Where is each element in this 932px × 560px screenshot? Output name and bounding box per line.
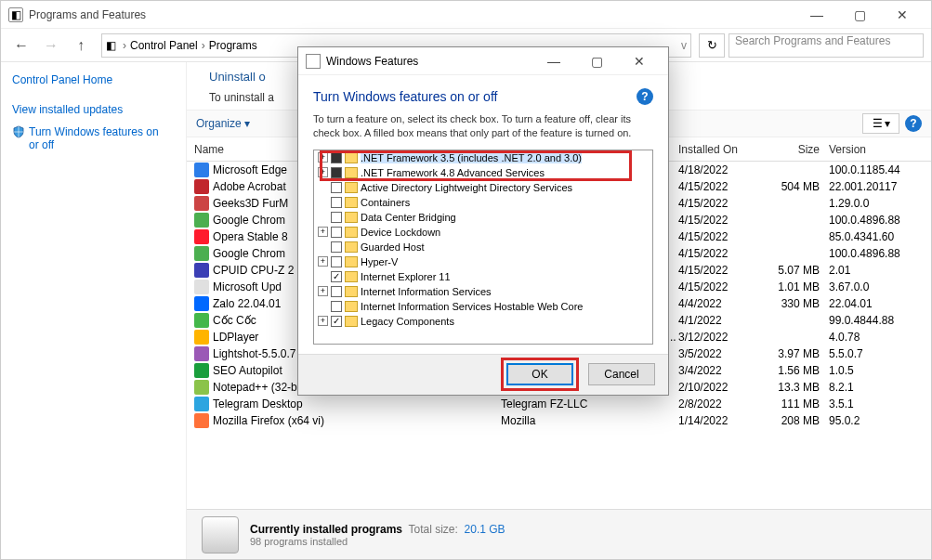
program-version: 8.2.1 xyxy=(829,381,931,394)
expand-spacer xyxy=(318,182,328,192)
up-button[interactable]: ↑ xyxy=(68,33,94,59)
turn-windows-features-label: Turn Windows features on or off xyxy=(29,125,168,151)
program-size: 3.97 MB xyxy=(762,347,829,360)
program-version: 22.04.01 xyxy=(829,297,931,310)
view-options-button[interactable]: ☰▾ xyxy=(862,113,899,134)
forward-button[interactable]: → xyxy=(38,33,64,59)
feature-row[interactable]: +Legacy Components xyxy=(314,314,652,329)
feature-row[interactable]: Internet Information Services Hostable W… xyxy=(314,299,652,314)
feature-checkbox[interactable] xyxy=(331,152,342,163)
back-button[interactable]: ← xyxy=(8,33,34,59)
feature-checkbox[interactable] xyxy=(331,167,342,178)
feature-label: Device Lockdown xyxy=(361,227,440,238)
feature-row[interactable]: +.NET Framework 3.5 (includes .NET 2.0 a… xyxy=(314,150,652,165)
features-tree[interactable]: +.NET Framework 3.5 (includes .NET 2.0 a… xyxy=(313,150,653,345)
feature-checkbox[interactable] xyxy=(331,241,342,253)
program-installed-on: 4/15/2022 xyxy=(678,230,762,243)
feature-row[interactable]: Guarded Host xyxy=(314,240,652,254)
expand-icon[interactable]: + xyxy=(318,256,328,267)
dialog-close-button[interactable]: ✕ xyxy=(618,48,661,74)
col-size[interactable]: Size xyxy=(762,143,829,156)
dialog-minimize-button[interactable]: — xyxy=(532,48,575,74)
feature-checkbox[interactable] xyxy=(331,182,342,193)
feature-checkbox[interactable] xyxy=(331,271,342,282)
program-row[interactable]: Mozilla Firefox (x64 vi) Mozilla 1/14/20… xyxy=(187,412,931,429)
program-installed-on: 4/1/2022 xyxy=(678,314,762,327)
program-icon xyxy=(194,363,209,378)
program-installed-on: 4/15/2022 xyxy=(678,197,762,210)
feature-checkbox[interactable] xyxy=(331,256,342,267)
feature-checkbox[interactable] xyxy=(331,301,342,312)
program-installed-on: 3/4/2022 xyxy=(678,364,762,377)
feature-row[interactable]: +Internet Information Services xyxy=(314,284,652,299)
feature-checkbox[interactable] xyxy=(331,227,342,238)
feature-row[interactable]: Active Directory Lightweight Directory S… xyxy=(314,180,652,195)
status-size-label: Total size: xyxy=(409,523,458,536)
feature-checkbox[interactable] xyxy=(331,286,342,297)
program-row[interactable]: Telegram Desktop Telegram FZ-LLC 2/8/202… xyxy=(187,396,931,412)
program-installed-on: 2/10/2022 xyxy=(678,381,762,394)
program-installed-on: 4/15/2022 xyxy=(678,214,762,227)
program-size: 1.01 MB xyxy=(762,280,829,293)
program-version: 1.29.0.0 xyxy=(829,197,931,210)
feature-checkbox[interactable] xyxy=(331,316,342,327)
col-installed-on[interactable]: Installed On xyxy=(678,143,762,156)
control-panel-home-link[interactable]: Control Panel Home xyxy=(12,73,175,86)
organize-menu[interactable]: Organize ▾ xyxy=(196,117,250,130)
program-publisher: Mozilla xyxy=(501,414,678,427)
program-size: 111 MB xyxy=(762,397,829,410)
expand-icon[interactable]: + xyxy=(318,286,328,296)
cancel-button[interactable]: Cancel xyxy=(588,363,655,385)
feature-row[interactable]: +Device Lockdown xyxy=(314,225,652,240)
breadcrumb-item[interactable]: Programs xyxy=(209,39,257,52)
expand-icon[interactable]: + xyxy=(318,227,328,237)
dialog-titlebar: Windows Features — ▢ ✕ xyxy=(298,47,668,75)
program-icon xyxy=(194,163,209,177)
program-version: 85.0.4341.60 xyxy=(829,230,931,243)
expand-spacer xyxy=(318,197,328,207)
close-button[interactable]: ✕ xyxy=(881,2,924,28)
folder-icon xyxy=(345,167,358,178)
help-icon[interactable]: ? xyxy=(905,115,922,132)
view-installed-updates-link[interactable]: View installed updates xyxy=(12,103,175,116)
dialog-button-bar: OK Cancel xyxy=(298,354,668,395)
feature-row[interactable]: Data Center Bridging xyxy=(314,210,652,225)
program-version: 100.0.1185.44 xyxy=(829,163,931,176)
ok-button[interactable]: OK xyxy=(506,363,573,385)
program-name: Telegram Desktop xyxy=(213,397,501,410)
program-icon xyxy=(194,213,209,228)
expand-icon[interactable]: + xyxy=(318,167,328,177)
feature-label: Internet Information Services xyxy=(361,286,492,297)
folder-icon xyxy=(345,197,358,208)
program-version: 3.5.1 xyxy=(829,397,931,410)
refresh-button[interactable]: ↻ xyxy=(699,33,725,58)
program-size: 504 MB xyxy=(762,180,829,193)
program-size: 208 MB xyxy=(762,414,829,427)
turn-windows-features-link[interactable]: Turn Windows features on or off xyxy=(12,125,175,151)
status-bar: Currently installed programs Total size:… xyxy=(187,509,931,559)
feature-checkbox[interactable] xyxy=(331,197,342,208)
feature-row[interactable]: Containers xyxy=(314,195,652,210)
program-icon xyxy=(194,246,209,261)
program-version: 5.5.0.7 xyxy=(829,347,931,360)
feature-row[interactable]: Internet Explorer 11 xyxy=(314,269,652,284)
feature-checkbox[interactable] xyxy=(331,212,342,223)
folder-icon xyxy=(345,182,358,193)
program-installed-on: 4/15/2022 xyxy=(678,280,762,293)
feature-row[interactable]: +Hyper-V xyxy=(314,254,652,269)
feature-row[interactable]: +.NET Framework 4.8 Advanced Services xyxy=(314,165,652,180)
expand-icon[interactable]: + xyxy=(318,152,328,163)
folder-icon xyxy=(345,301,358,312)
minimize-button[interactable]: — xyxy=(795,2,838,28)
dialog-maximize-button[interactable]: ▢ xyxy=(575,48,618,74)
dialog-help-icon[interactable]: ? xyxy=(637,88,653,105)
expand-icon[interactable]: + xyxy=(318,316,328,326)
expand-spacer xyxy=(318,212,328,222)
program-installed-on: 4/4/2022 xyxy=(678,297,762,310)
col-version[interactable]: Version xyxy=(829,143,931,156)
program-size: 1.56 MB xyxy=(762,364,829,377)
search-input[interactable]: Search Programs and Features xyxy=(729,33,924,58)
program-size: 330 MB xyxy=(762,297,829,310)
breadcrumb-item[interactable]: Control Panel xyxy=(130,39,198,52)
maximize-button[interactable]: ▢ xyxy=(838,2,881,28)
